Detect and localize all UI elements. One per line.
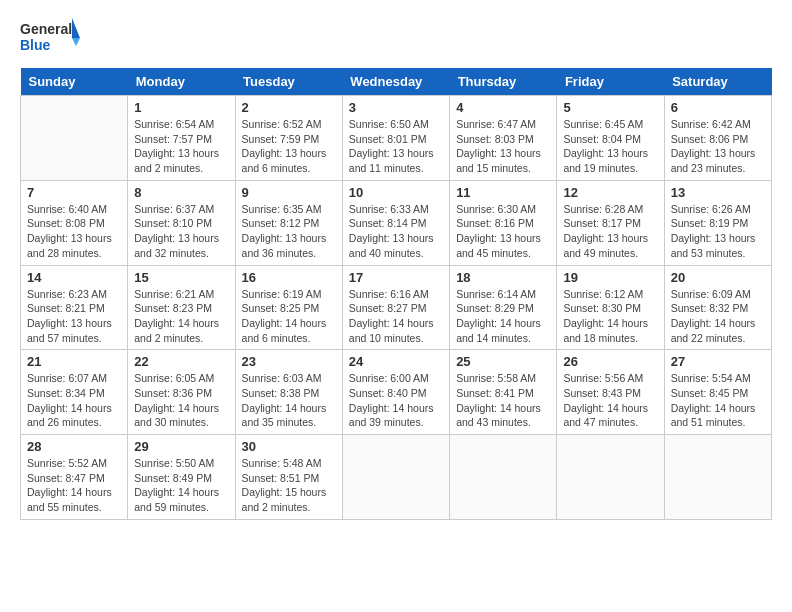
day-info: Sunrise: 6:45 AMSunset: 8:04 PMDaylight:… [563, 117, 657, 176]
svg-text:General: General [20, 21, 72, 37]
calendar-cell: 6Sunrise: 6:42 AMSunset: 8:06 PMDaylight… [664, 96, 771, 181]
calendar-cell: 16Sunrise: 6:19 AMSunset: 8:25 PMDayligh… [235, 265, 342, 350]
day-number: 12 [563, 185, 657, 200]
day-number: 19 [563, 270, 657, 285]
calendar-cell: 14Sunrise: 6:23 AMSunset: 8:21 PMDayligh… [21, 265, 128, 350]
calendar-cell: 28Sunrise: 5:52 AMSunset: 8:47 PMDayligh… [21, 435, 128, 520]
calendar-cell: 5Sunrise: 6:45 AMSunset: 8:04 PMDaylight… [557, 96, 664, 181]
day-info: Sunrise: 6:40 AMSunset: 8:08 PMDaylight:… [27, 202, 121, 261]
day-info: Sunrise: 6:03 AMSunset: 8:38 PMDaylight:… [242, 371, 336, 430]
calendar-week-row: 7Sunrise: 6:40 AMSunset: 8:08 PMDaylight… [21, 180, 772, 265]
day-number: 3 [349, 100, 443, 115]
calendar-cell: 13Sunrise: 6:26 AMSunset: 8:19 PMDayligh… [664, 180, 771, 265]
calendar-table: SundayMondayTuesdayWednesdayThursdayFrid… [20, 68, 772, 520]
calendar-cell: 30Sunrise: 5:48 AMSunset: 8:51 PMDayligh… [235, 435, 342, 520]
day-number: 27 [671, 354, 765, 369]
day-number: 14 [27, 270, 121, 285]
day-info: Sunrise: 6:00 AMSunset: 8:40 PMDaylight:… [349, 371, 443, 430]
calendar-cell: 1Sunrise: 6:54 AMSunset: 7:57 PMDaylight… [128, 96, 235, 181]
day-info: Sunrise: 6:28 AMSunset: 8:17 PMDaylight:… [563, 202, 657, 261]
day-number: 24 [349, 354, 443, 369]
day-info: Sunrise: 5:48 AMSunset: 8:51 PMDaylight:… [242, 456, 336, 515]
day-info: Sunrise: 6:14 AMSunset: 8:29 PMDaylight:… [456, 287, 550, 346]
day-info: Sunrise: 6:37 AMSunset: 8:10 PMDaylight:… [134, 202, 228, 261]
day-number: 6 [671, 100, 765, 115]
day-info: Sunrise: 5:56 AMSunset: 8:43 PMDaylight:… [563, 371, 657, 430]
svg-marker-2 [72, 18, 80, 38]
day-number: 10 [349, 185, 443, 200]
day-info: Sunrise: 6:26 AMSunset: 8:19 PMDaylight:… [671, 202, 765, 261]
day-info: Sunrise: 6:30 AMSunset: 8:16 PMDaylight:… [456, 202, 550, 261]
calendar-week-row: 28Sunrise: 5:52 AMSunset: 8:47 PMDayligh… [21, 435, 772, 520]
calendar-cell [450, 435, 557, 520]
day-number: 28 [27, 439, 121, 454]
day-info: Sunrise: 6:42 AMSunset: 8:06 PMDaylight:… [671, 117, 765, 176]
day-number: 20 [671, 270, 765, 285]
day-info: Sunrise: 6:07 AMSunset: 8:34 PMDaylight:… [27, 371, 121, 430]
calendar-cell: 21Sunrise: 6:07 AMSunset: 8:34 PMDayligh… [21, 350, 128, 435]
calendar-week-row: 21Sunrise: 6:07 AMSunset: 8:34 PMDayligh… [21, 350, 772, 435]
day-info: Sunrise: 6:05 AMSunset: 8:36 PMDaylight:… [134, 371, 228, 430]
calendar-cell: 18Sunrise: 6:14 AMSunset: 8:29 PMDayligh… [450, 265, 557, 350]
calendar-cell: 2Sunrise: 6:52 AMSunset: 7:59 PMDaylight… [235, 96, 342, 181]
day-info: Sunrise: 6:50 AMSunset: 8:01 PMDaylight:… [349, 117, 443, 176]
calendar-cell: 15Sunrise: 6:21 AMSunset: 8:23 PMDayligh… [128, 265, 235, 350]
calendar-cell: 9Sunrise: 6:35 AMSunset: 8:12 PMDaylight… [235, 180, 342, 265]
day-info: Sunrise: 6:12 AMSunset: 8:30 PMDaylight:… [563, 287, 657, 346]
day-number: 2 [242, 100, 336, 115]
day-number: 9 [242, 185, 336, 200]
calendar-week-row: 14Sunrise: 6:23 AMSunset: 8:21 PMDayligh… [21, 265, 772, 350]
calendar-cell: 3Sunrise: 6:50 AMSunset: 8:01 PMDaylight… [342, 96, 449, 181]
day-info: Sunrise: 6:47 AMSunset: 8:03 PMDaylight:… [456, 117, 550, 176]
calendar-cell [342, 435, 449, 520]
day-number: 25 [456, 354, 550, 369]
day-info: Sunrise: 5:52 AMSunset: 8:47 PMDaylight:… [27, 456, 121, 515]
calendar-cell: 7Sunrise: 6:40 AMSunset: 8:08 PMDaylight… [21, 180, 128, 265]
svg-marker-3 [72, 38, 80, 46]
day-number: 7 [27, 185, 121, 200]
calendar-cell: 19Sunrise: 6:12 AMSunset: 8:30 PMDayligh… [557, 265, 664, 350]
column-header-saturday: Saturday [664, 68, 771, 96]
calendar-cell: 27Sunrise: 5:54 AMSunset: 8:45 PMDayligh… [664, 350, 771, 435]
header: General Blue [20, 10, 772, 60]
logo-svg: General Blue [20, 16, 80, 60]
day-info: Sunrise: 6:54 AMSunset: 7:57 PMDaylight:… [134, 117, 228, 176]
day-number: 22 [134, 354, 228, 369]
day-info: Sunrise: 6:23 AMSunset: 8:21 PMDaylight:… [27, 287, 121, 346]
column-header-tuesday: Tuesday [235, 68, 342, 96]
day-info: Sunrise: 5:58 AMSunset: 8:41 PMDaylight:… [456, 371, 550, 430]
calendar-cell: 24Sunrise: 6:00 AMSunset: 8:40 PMDayligh… [342, 350, 449, 435]
day-info: Sunrise: 6:21 AMSunset: 8:23 PMDaylight:… [134, 287, 228, 346]
calendar-cell: 26Sunrise: 5:56 AMSunset: 8:43 PMDayligh… [557, 350, 664, 435]
calendar-cell: 20Sunrise: 6:09 AMSunset: 8:32 PMDayligh… [664, 265, 771, 350]
calendar-cell: 8Sunrise: 6:37 AMSunset: 8:10 PMDaylight… [128, 180, 235, 265]
calendar-cell [557, 435, 664, 520]
column-header-friday: Friday [557, 68, 664, 96]
calendar-cell: 4Sunrise: 6:47 AMSunset: 8:03 PMDaylight… [450, 96, 557, 181]
day-info: Sunrise: 6:19 AMSunset: 8:25 PMDaylight:… [242, 287, 336, 346]
calendar-cell: 12Sunrise: 6:28 AMSunset: 8:17 PMDayligh… [557, 180, 664, 265]
day-number: 18 [456, 270, 550, 285]
calendar-cell [664, 435, 771, 520]
day-number: 26 [563, 354, 657, 369]
calendar-cell: 11Sunrise: 6:30 AMSunset: 8:16 PMDayligh… [450, 180, 557, 265]
day-number: 11 [456, 185, 550, 200]
day-info: Sunrise: 5:50 AMSunset: 8:49 PMDaylight:… [134, 456, 228, 515]
day-number: 30 [242, 439, 336, 454]
day-number: 8 [134, 185, 228, 200]
column-header-wednesday: Wednesday [342, 68, 449, 96]
day-number: 5 [563, 100, 657, 115]
calendar-cell: 25Sunrise: 5:58 AMSunset: 8:41 PMDayligh… [450, 350, 557, 435]
logo: General Blue [20, 16, 80, 60]
calendar-cell: 17Sunrise: 6:16 AMSunset: 8:27 PMDayligh… [342, 265, 449, 350]
calendar-header-row: SundayMondayTuesdayWednesdayThursdayFrid… [21, 68, 772, 96]
day-number: 29 [134, 439, 228, 454]
calendar-cell: 10Sunrise: 6:33 AMSunset: 8:14 PMDayligh… [342, 180, 449, 265]
day-number: 17 [349, 270, 443, 285]
calendar-cell: 29Sunrise: 5:50 AMSunset: 8:49 PMDayligh… [128, 435, 235, 520]
day-info: Sunrise: 6:35 AMSunset: 8:12 PMDaylight:… [242, 202, 336, 261]
day-info: Sunrise: 6:52 AMSunset: 7:59 PMDaylight:… [242, 117, 336, 176]
day-info: Sunrise: 6:09 AMSunset: 8:32 PMDaylight:… [671, 287, 765, 346]
column-header-sunday: Sunday [21, 68, 128, 96]
day-number: 13 [671, 185, 765, 200]
